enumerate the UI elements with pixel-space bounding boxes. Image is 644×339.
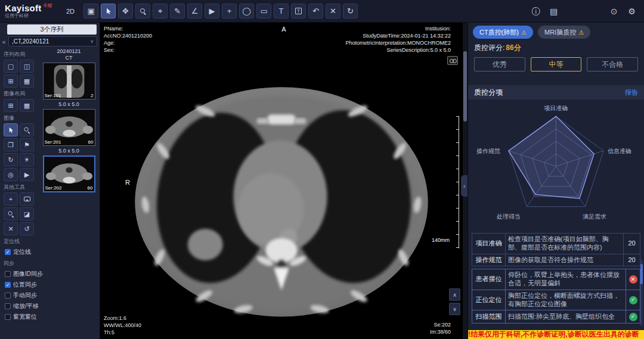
- cine-play-tool-button[interactable]: ▶: [205, 4, 219, 18]
- sync-checkbox-image-id[interactable]: 图像ID同步: [5, 270, 100, 278]
- target-tool-button[interactable]: ⌖: [153, 4, 168, 18]
- tab-ct-lung-qc[interactable]: CT质控(肺部) ⚠: [473, 26, 533, 39]
- zoom-tool-button[interactable]: [135, 4, 150, 18]
- image-flag-button[interactable]: ⚑: [20, 138, 34, 151]
- angle-measure-tool-button[interactable]: ∠: [187, 4, 202, 18]
- thumbnail-subtitle: CT: [39, 55, 98, 61]
- link-series-button[interactable]: [447, 56, 458, 65]
- series-number: Se:202: [430, 321, 451, 328]
- qc-radar-chart: 项目准确 信息准确 满足需求 处理得当 操作规范: [468, 99, 644, 233]
- image-rotate-button[interactable]: ↻: [4, 153, 18, 166]
- logo-text: Kayisoft: [5, 3, 42, 13]
- checkbox-label: 定位线: [13, 248, 31, 256]
- grade-buttons: 优秀 中等 不合格: [468, 54, 644, 76]
- section-sync: 同步: [4, 260, 100, 268]
- link-icon: [450, 59, 456, 63]
- pass-icon: [629, 296, 637, 304]
- ellipse-roi-tool-button[interactable]: ◯: [239, 4, 254, 18]
- other-delete-button[interactable]: ✕: [4, 222, 18, 235]
- settings-button[interactable]: ⚙: [624, 4, 639, 18]
- info-button[interactable]: ⓘ: [528, 4, 543, 18]
- report-button[interactable]: ▤: [546, 4, 561, 18]
- other-eraser-button[interactable]: ◪: [20, 207, 34, 220]
- cursor-tool-button[interactable]: [101, 4, 116, 18]
- image-cursor-button[interactable]: [4, 123, 18, 136]
- window-level-tool-button[interactable]: ✎: [170, 4, 185, 18]
- scale-label: 140mm: [432, 237, 450, 243]
- other-browse-button[interactable]: [4, 207, 18, 220]
- grade-medium-button[interactable]: 中等: [531, 57, 582, 71]
- orientation-anterior-marker: A: [281, 26, 286, 33]
- layout-1x2-button[interactable]: ◫: [20, 60, 34, 73]
- series-thumbnail-202[interactable]: Ser:202 60: [43, 155, 95, 192]
- scrollbar-thumb[interactable]: [463, 51, 467, 122]
- sync-checkbox-window-level[interactable]: 窗宽窗位: [5, 313, 100, 321]
- table-row: 项目准确 检查项目是否准确(项目如脑部、胸部、腹部是否在标准的范围内容) 20: [472, 234, 640, 254]
- collapse-sidebar-icon[interactable]: «: [1, 38, 7, 45]
- check-status: [626, 269, 640, 290]
- thumbnail-series-number: Ser:202: [45, 185, 62, 191]
- image-play-button[interactable]: ▶: [20, 168, 34, 181]
- thumbnail-image-count: 2: [91, 93, 93, 98]
- other-reset-button[interactable]: ↺: [20, 222, 34, 235]
- layout-grid-button[interactable]: ▣: [83, 4, 98, 18]
- table-scrollbar[interactable]: [640, 259, 643, 326]
- add-annotation-tool-button[interactable]: +: [222, 4, 237, 18]
- photometric-interpretation: PhotometricInterpretation:MONOCHROME2: [345, 39, 451, 46]
- checkbox-icon: [5, 271, 11, 277]
- grade-fail-button[interactable]: 不合格: [587, 57, 638, 71]
- image-magnify-button[interactable]: [20, 123, 34, 136]
- image-layout-3x3-button[interactable]: ▦: [20, 99, 34, 112]
- text-annotation-tool-button[interactable]: T: [274, 4, 289, 18]
- text-box-tool-button[interactable]: T: [291, 4, 306, 18]
- image-brightness-button[interactable]: ☀: [20, 153, 34, 166]
- radar-axis-label: 满足需求: [583, 213, 606, 221]
- section-other-tools: 其他工具: [4, 184, 37, 191]
- scroll-down-button[interactable]: [449, 303, 460, 315]
- table-scrollbar-thumb[interactable]: [640, 264, 643, 284]
- sync-checkbox-manual[interactable]: 手动同步: [5, 291, 100, 300]
- checkbox-icon: [5, 303, 11, 309]
- study-info-overlay: Institusion: StudyDateTime:2024-01-21 14…: [345, 25, 451, 54]
- report-link[interactable]: 报告: [625, 88, 638, 97]
- grade-excellent-button[interactable]: 优秀: [474, 57, 525, 71]
- expand-panel-handle[interactable]: [461, 175, 467, 197]
- pan-tool-button[interactable]: ✥: [118, 4, 133, 18]
- zoom-level: Zoom:1.6: [104, 315, 141, 322]
- tab-mri-brain-qc[interactable]: MRI脑质控 ⚠: [538, 26, 590, 39]
- series-select-value: ,CT,20240121: [12, 38, 49, 45]
- layout-3x3-button[interactable]: ▦: [20, 74, 34, 88]
- help-button[interactable]: ⊙: [606, 4, 621, 18]
- other-add-button[interactable]: +: [4, 192, 18, 206]
- other-comment-button[interactable]: [20, 192, 34, 206]
- qc-score: 质控评分:86分: [468, 41, 644, 54]
- toolbar-tools: ▣ ✥ ⌖ ✎ ∠ ▶ + ◯ ▭ T T ↶ ✕ ↻: [83, 4, 358, 18]
- series-thumbnail-101[interactable]: Ser:101 2: [43, 63, 95, 99]
- undo-button[interactable]: ↶: [308, 4, 323, 18]
- magnifier-icon: [24, 127, 30, 133]
- layout-2x2-button[interactable]: ⊞: [4, 74, 18, 88]
- series-thumbnail-201[interactable]: Ser:201 60: [43, 109, 95, 146]
- table-row: 操作规范 图像的获取是否符合操作规范 20: [472, 254, 640, 266]
- section-image: 图像: [4, 114, 37, 122]
- check-status: [626, 310, 640, 324]
- sync-checkbox-position[interactable]: 位置同步: [5, 281, 100, 289]
- table-row: 扫描范围 扫描范围:肺尖至肺底、胸壁组织包全: [472, 310, 640, 324]
- reset-view-button[interactable]: ↻: [343, 4, 358, 18]
- delete-annotation-button[interactable]: ✕: [326, 4, 340, 18]
- rect-roi-tool-button[interactable]: ▭: [256, 4, 271, 18]
- check-desc: 仰卧位，双臂上举抱头，患者体位摆放合适，无明显偏斜: [506, 269, 626, 290]
- image-clone-button[interactable]: ❐: [4, 138, 18, 151]
- subsection-title: 质控分项: [474, 88, 503, 98]
- image-viewport[interactable]: PName: AccNO:2401210200 Age: Sex: Instit…: [100, 23, 467, 339]
- localizer-checkbox[interactable]: 定位线: [5, 248, 100, 256]
- image-layout-2x2-button[interactable]: ⊞: [4, 99, 18, 112]
- series-select[interactable]: ,CT,20240121: [8, 36, 97, 46]
- layout-1x1-button[interactable]: ▢: [4, 60, 18, 73]
- scroll-up-button[interactable]: [449, 288, 460, 301]
- sync-checkbox-zoom-pan[interactable]: 缩放/平移: [5, 302, 100, 310]
- app-logo: Kayisoft卡耀 仅用于科研: [5, 4, 60, 18]
- image-target-button[interactable]: ◎: [4, 168, 18, 181]
- study-datetime: StudyDateTime:2024-01-21 14:32:22: [345, 32, 451, 39]
- series-count-label: 3个序列: [7, 24, 97, 35]
